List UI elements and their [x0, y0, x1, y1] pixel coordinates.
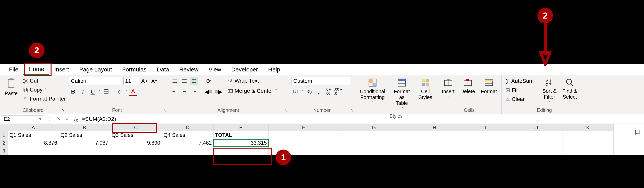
- cell-C3[interactable]: [110, 147, 162, 154]
- cell-D1[interactable]: Q4 Sales: [162, 132, 214, 139]
- cell-A1[interactable]: Q1 Sales: [8, 132, 59, 139]
- tab-view[interactable]: View: [204, 64, 226, 75]
- insert-cells-button[interactable]: Insert˅: [440, 77, 456, 100]
- cell-G1[interactable]: [339, 132, 409, 139]
- tab-page-layout[interactable]: Page Layout: [74, 64, 117, 75]
- fill-color-button[interactable]: [116, 88, 124, 96]
- cell-F2[interactable]: [268, 139, 339, 147]
- align-center-icon[interactable]: [180, 88, 188, 96]
- cell-K2[interactable]: [562, 139, 614, 147]
- chevron-down-icon[interactable]: ˅: [302, 90, 304, 94]
- cell-K3[interactable]: [562, 147, 614, 154]
- decrease-indent-icon[interactable]: ◀≡: [204, 88, 213, 96]
- increase-font-icon[interactable]: A▲: [140, 77, 149, 85]
- format-painter-button[interactable]: Format Painter: [22, 95, 67, 103]
- align-top-icon[interactable]: [170, 77, 179, 85]
- sort-filter-button[interactable]: AZ Sort & Filter˅: [540, 77, 558, 106]
- cell-F1[interactable]: [268, 132, 339, 139]
- decrease-font-icon[interactable]: A▼: [150, 77, 158, 85]
- cell-J3[interactable]: [511, 147, 562, 154]
- merge-center-button[interactable]: Merge & Center ˅: [226, 87, 278, 95]
- cell-E1[interactable]: TOTAL: [214, 132, 268, 139]
- col-header-A[interactable]: A: [8, 124, 59, 131]
- cell-J1[interactable]: [511, 132, 562, 139]
- chevron-down-icon[interactable]: ▾: [39, 116, 42, 122]
- copy-button[interactable]: Copy ˅: [22, 86, 67, 94]
- font-color-button[interactable]: A: [129, 88, 137, 96]
- chevron-down-icon[interactable]: ˅: [99, 90, 100, 94]
- cell-H3[interactable]: [409, 147, 460, 154]
- cell-styles-button[interactable]: Cell Styles˅: [416, 77, 434, 106]
- italic-button[interactable]: I: [79, 88, 87, 96]
- cell-D2[interactable]: 7,462: [162, 139, 214, 147]
- chevron-down-icon[interactable]: ˅: [139, 90, 141, 94]
- cell-B1[interactable]: Q2 Sales: [59, 132, 110, 139]
- chevron-down-icon[interactable]: ˅: [215, 79, 216, 83]
- paste-button[interactable]: Paste ˅: [3, 77, 20, 102]
- wrap-text-button[interactable]: ab Wrap Text: [226, 77, 278, 85]
- orientation-icon[interactable]: ⟳: [204, 77, 213, 85]
- tab-file[interactable]: File: [4, 64, 24, 75]
- cell-B2[interactable]: 7,087: [59, 139, 110, 147]
- cell-D3[interactable]: [162, 147, 214, 154]
- increase-indent-icon[interactable]: ≡▶: [214, 88, 222, 96]
- cell-J2[interactable]: [511, 139, 562, 147]
- dialog-launcher-icon[interactable]: ⤡: [163, 108, 166, 113]
- formula-input[interactable]: =SUM(A2:D2): [80, 116, 118, 123]
- font-name-input[interactable]: [69, 77, 122, 85]
- clear-button[interactable]: Clear ˅: [504, 95, 538, 103]
- dialog-launcher-icon[interactable]: ⤡: [62, 108, 65, 113]
- align-bottom-icon[interactable]: [190, 77, 198, 85]
- delete-cells-button[interactable]: Delete˅: [458, 77, 477, 100]
- find-select-button[interactable]: Find & Select˅: [560, 77, 579, 106]
- cell-A2[interactable]: 8,876: [8, 139, 59, 147]
- fx-icon[interactable]: fx: [72, 116, 80, 123]
- tab-formulas[interactable]: Formulas: [117, 64, 152, 75]
- borders-button[interactable]: [102, 88, 110, 96]
- enter-formula-icon[interactable]: ✓: [63, 116, 72, 122]
- number-format-select[interactable]: [292, 77, 350, 85]
- cell-H2[interactable]: [409, 139, 460, 147]
- col-header-J[interactable]: J: [511, 124, 562, 131]
- increase-decimal-icon[interactable]: .0←.00: [324, 88, 333, 96]
- font-size-input[interactable]: [123, 77, 139, 85]
- tab-developer[interactable]: Developer: [226, 64, 263, 75]
- col-header-I[interactable]: I: [460, 124, 511, 131]
- percent-icon[interactable]: %: [305, 88, 313, 96]
- tab-review[interactable]: Review: [174, 64, 203, 75]
- col-header-E[interactable]: E: [214, 124, 268, 131]
- col-header-H[interactable]: H: [409, 124, 460, 131]
- align-left-icon[interactable]: [170, 88, 179, 96]
- autosum-button[interactable]: ∑ AutoSum ˅: [504, 77, 538, 85]
- cell-I2[interactable]: [460, 139, 511, 147]
- tab-insert[interactable]: Insert: [49, 64, 74, 75]
- row-header-3[interactable]: 3: [0, 147, 8, 154]
- worksheet-grid[interactable]: ABCDEFGHIJK 1Q1 SalesQ2 SalesQ3 SalesQ4 …: [0, 124, 644, 155]
- row-header-1[interactable]: 1: [0, 132, 8, 139]
- comments-icon[interactable]: [634, 128, 642, 136]
- cell-K1[interactable]: [562, 132, 614, 139]
- tab-help[interactable]: Help: [263, 64, 285, 75]
- cell-G3[interactable]: [339, 147, 409, 154]
- cell-C2[interactable]: 9,890: [110, 139, 162, 147]
- decrease-decimal-icon[interactable]: .00→.0: [334, 88, 342, 96]
- col-header-G[interactable]: G: [339, 124, 409, 131]
- cell-B3[interactable]: [59, 147, 110, 154]
- cell-I3[interactable]: [460, 147, 511, 154]
- chevron-down-icon[interactable]: ˅: [112, 90, 114, 94]
- cell-A3[interactable]: [8, 147, 59, 154]
- align-right-icon[interactable]: [190, 88, 198, 96]
- format-as-table-button[interactable]: Format as Table˅: [389, 77, 414, 112]
- bold-button[interactable]: B: [69, 88, 77, 96]
- name-box[interactable]: E2 ▾: [1, 116, 44, 123]
- cell-G2[interactable]: [339, 139, 409, 147]
- cell-I1[interactable]: [460, 132, 511, 139]
- accounting-format-icon[interactable]: $: [292, 88, 300, 96]
- format-cells-button[interactable]: Format˅: [479, 77, 499, 100]
- tab-data[interactable]: Data: [152, 64, 174, 75]
- dialog-launcher-icon[interactable]: ⤡: [350, 108, 354, 113]
- underline-button[interactable]: U: [88, 88, 97, 96]
- fill-button[interactable]: Fill ˅: [504, 86, 538, 94]
- col-header-F[interactable]: F: [268, 124, 339, 131]
- align-middle-icon[interactable]: [180, 77, 188, 85]
